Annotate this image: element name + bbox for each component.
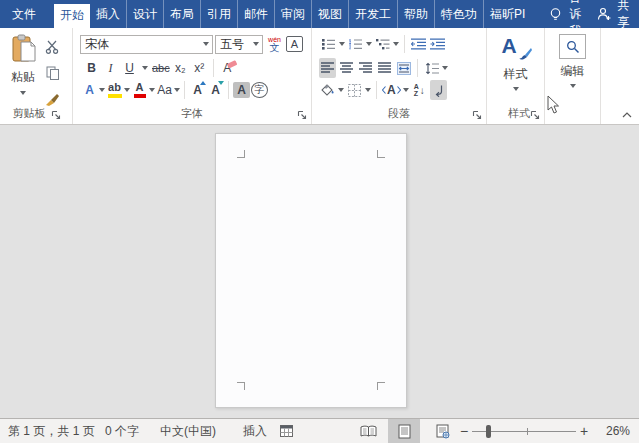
align-right-button[interactable]	[357, 58, 374, 78]
macro-record-icon	[280, 425, 293, 437]
tab-view[interactable]: 视图	[311, 0, 348, 28]
align-center-button[interactable]	[338, 58, 355, 78]
highlight-color-button[interactable]: ab	[106, 80, 123, 100]
styles-button-label: 样式	[504, 66, 528, 83]
character-border-button[interactable]: A	[286, 36, 303, 52]
insert-mode-status[interactable]: 插入	[243, 419, 267, 443]
language-status[interactable]: 中文(中国)	[160, 419, 216, 443]
character-shading-button[interactable]: A	[233, 82, 250, 98]
web-layout-button[interactable]	[430, 419, 456, 443]
borders-caret-icon[interactable]	[365, 88, 371, 92]
subscript-button[interactable]: x₂	[172, 58, 189, 78]
superscript-button[interactable]: x²	[191, 58, 208, 78]
font-dialog-launcher-icon[interactable]	[297, 110, 307, 120]
numbering-button[interactable]	[347, 34, 364, 54]
italic-button[interactable]: I	[102, 58, 119, 78]
font-name-combobox[interactable]: 宋体	[80, 35, 213, 54]
paragraph-dialog-launcher-icon[interactable]	[472, 110, 482, 120]
line-spacing-button[interactable]	[423, 58, 440, 78]
bullets-icon	[322, 38, 336, 50]
increase-indent-icon	[430, 38, 445, 50]
tab-layout[interactable]: 布局	[163, 0, 200, 28]
decrease-indent-button[interactable]	[410, 34, 427, 54]
change-case-caret-icon[interactable]	[174, 88, 180, 92]
tab-insert[interactable]: 插入	[90, 0, 126, 28]
zoom-out-button[interactable]: −	[458, 419, 470, 443]
styles-a-glyph: A	[502, 34, 517, 58]
font-color-button[interactable]: A	[131, 80, 148, 100]
grow-font-button[interactable]: A	[189, 80, 206, 100]
editing-button[interactable]: 编辑	[545, 34, 600, 88]
shading-button[interactable]	[319, 80, 336, 100]
justify-icon	[378, 62, 391, 74]
print-layout-button[interactable]	[388, 419, 420, 443]
document-page[interactable]	[215, 133, 407, 408]
increase-indent-button[interactable]	[429, 34, 446, 54]
sort-z-label: Z	[414, 90, 419, 97]
asian-layout-caret-icon[interactable]	[403, 88, 409, 92]
tab-developer[interactable]: 开发工	[348, 0, 397, 28]
clear-formatting-button[interactable]: A	[219, 58, 236, 78]
bullets-button[interactable]	[320, 34, 337, 54]
tab-home[interactable]: 开始	[54, 4, 90, 28]
font-color-caret-icon[interactable]	[149, 88, 155, 92]
tab-mailings[interactable]: 邮件	[237, 0, 274, 28]
paragraph-row2-separator	[417, 59, 418, 77]
tab-foxit-pdf[interactable]: 福昕PI	[483, 0, 531, 28]
bullets-caret-icon[interactable]	[339, 42, 345, 46]
zoom-percent-button[interactable]: 26%	[594, 419, 630, 443]
font-group: 宋体 五号 wén 文 A B I U abc x₂ x² A	[73, 28, 312, 124]
font-size-value: 五号	[220, 36, 253, 53]
highlight-caret-icon[interactable]	[124, 88, 130, 92]
distribute-button[interactable]	[395, 58, 412, 78]
asian-layout-button[interactable]: A	[382, 80, 401, 100]
line-spacing-caret-icon[interactable]	[442, 66, 448, 70]
numbering-caret-icon[interactable]	[366, 42, 372, 46]
lightbulb-icon	[549, 7, 562, 22]
phonetic-guide-button[interactable]: wén 文	[266, 34, 283, 54]
tell-me-button[interactable]: 告诉我	[541, 0, 589, 28]
show-hide-marks-button[interactable]	[430, 80, 447, 100]
tab-review[interactable]: 审阅	[274, 0, 311, 28]
word-count-status[interactable]: 0 个字	[105, 419, 139, 443]
zoom-slider[interactable]	[472, 419, 576, 443]
share-button[interactable]: 共享	[589, 0, 639, 28]
tab-help[interactable]: 帮助	[397, 0, 434, 28]
page-number-status[interactable]: 第 1 页，共 1 页	[8, 419, 95, 443]
font-color-label: A	[136, 82, 144, 93]
macro-record-button[interactable]	[280, 419, 293, 443]
paste-clipboard-icon	[10, 34, 36, 64]
multilevel-list-button[interactable]	[374, 34, 391, 54]
clipboard-dialog-launcher-icon[interactable]	[51, 110, 61, 120]
underline-caret-icon[interactable]	[142, 66, 148, 70]
text-effects-caret-icon[interactable]	[99, 88, 105, 92]
tab-file[interactable]: 文件	[10, 0, 44, 28]
strikethrough-button[interactable]: abc	[152, 58, 170, 78]
read-mode-button[interactable]	[356, 419, 380, 443]
justify-button[interactable]	[376, 58, 393, 78]
underline-button[interactable]: U	[121, 58, 138, 78]
multilevel-list-caret-icon[interactable]	[393, 42, 399, 46]
enclose-characters-button[interactable]: 字	[251, 82, 268, 98]
tab-design[interactable]: 设计	[126, 0, 163, 28]
tab-references[interactable]: 引用	[200, 0, 237, 28]
change-case-button[interactable]: Aa	[156, 80, 173, 100]
zoom-in-button[interactable]: +	[578, 419, 590, 443]
shading-caret-icon[interactable]	[338, 88, 344, 92]
document-canvas[interactable]	[0, 125, 639, 418]
copy-button[interactable]	[44, 63, 61, 83]
text-effects-button[interactable]: A	[81, 80, 98, 100]
font-size-combobox[interactable]: 五号	[215, 35, 263, 54]
zoom-slider-thumb[interactable]	[486, 425, 491, 438]
align-left-button[interactable]	[319, 58, 336, 78]
asian-layout-label: A	[387, 83, 396, 97]
cut-button[interactable]	[44, 37, 61, 57]
bold-button[interactable]: B	[83, 58, 100, 78]
tab-special-features[interactable]: 特色功	[434, 0, 483, 28]
sort-button[interactable]: A Z ↓	[411, 80, 428, 100]
shrink-font-button[interactable]: A	[207, 80, 224, 100]
collapse-ribbon-button[interactable]	[621, 110, 633, 120]
styles-dialog-launcher-icon[interactable]	[530, 110, 540, 120]
styles-button[interactable]: A 样式	[487, 34, 544, 91]
borders-button[interactable]	[346, 80, 363, 100]
